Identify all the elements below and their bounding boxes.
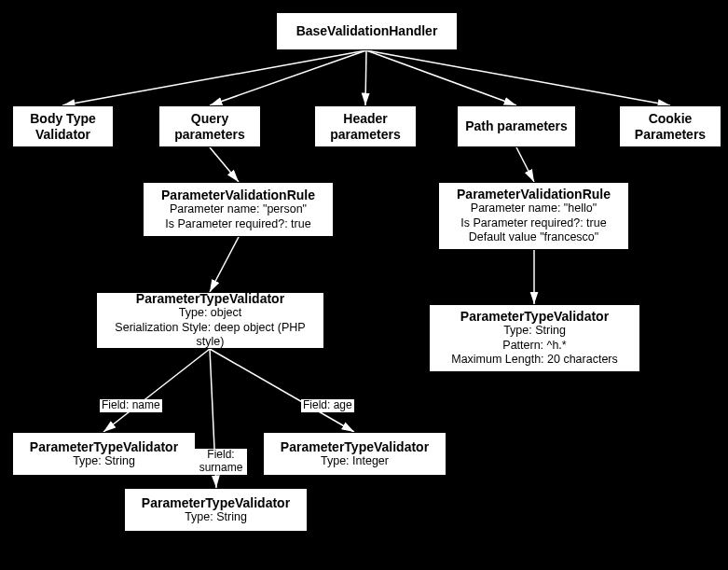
node-detail: Type: String xyxy=(503,324,566,339)
node-detail: Type: String xyxy=(185,510,247,525)
node-label: Header xyxy=(343,111,387,126)
node-detail: Pattern: ^h.* xyxy=(502,339,566,354)
edge-label-field-age: Field: age xyxy=(301,399,354,412)
svg-line-2 xyxy=(365,50,366,105)
root-title: BaseValidationHandler xyxy=(296,23,438,38)
node-validation-rule-left: ParameterValidationRule Parameter name: … xyxy=(143,182,334,237)
svg-line-4 xyxy=(366,50,670,105)
node-detail: Parameter name: "hello" xyxy=(471,202,597,216)
node-title: ParameterTypeValidator xyxy=(281,439,429,454)
node-detail: Serialization Style: deep object (PHP st… xyxy=(103,321,318,350)
node-title: ParameterValidationRule xyxy=(457,187,611,202)
node-type-validator-left: ParameterTypeValidator Type: object Seri… xyxy=(96,292,324,349)
node-cookie-parameters: Cookie Parameters xyxy=(619,105,721,147)
node-title: ParameterTypeValidator xyxy=(30,439,178,454)
node-title: ParameterTypeValidator xyxy=(136,291,284,306)
node-child-name: ParameterTypeValidator Type: String xyxy=(12,432,196,476)
edge-label-field-name: Field: name xyxy=(100,399,162,412)
node-query-parameters: Query parameters xyxy=(158,105,261,147)
node-child-surname: ParameterTypeValidator Type: String xyxy=(124,488,308,532)
node-label: Body Type xyxy=(30,111,96,126)
node-label: Cookie xyxy=(649,111,693,126)
node-header-parameters: Header parameters xyxy=(314,105,417,147)
node-detail: Maximum Length: 20 characters xyxy=(451,353,618,368)
node-label: parameters xyxy=(330,127,401,142)
svg-line-9 xyxy=(103,349,210,432)
node-body-type-validator: Body Type Validator xyxy=(12,105,114,147)
node-label: Path parameters xyxy=(465,118,568,133)
node-path-parameters: Path parameters xyxy=(457,105,576,147)
node-detail: Parameter name: "person" xyxy=(170,202,307,217)
node-label: Parameters xyxy=(635,127,706,142)
edge-label-field-surname: Field: surname xyxy=(195,449,247,475)
svg-line-0 xyxy=(62,50,366,105)
svg-line-7 xyxy=(210,237,239,292)
edge-label-line1: Field: xyxy=(207,448,234,461)
node-detail: Type: String xyxy=(73,454,135,469)
svg-line-11 xyxy=(210,349,354,432)
node-label: parameters xyxy=(174,127,245,142)
node-validation-rule-right: ParameterValidationRule Parameter name: … xyxy=(438,182,629,250)
node-detail: Is Parameter required?: true xyxy=(165,217,310,232)
edge-label-line2: surname xyxy=(199,461,243,474)
node-detail: Type: object xyxy=(179,306,241,321)
node-child-age: ParameterTypeValidator Type: Integer xyxy=(263,432,446,476)
node-label: Query xyxy=(191,111,228,126)
node-title: ParameterTypeValidator xyxy=(460,309,609,324)
node-title: ParameterValidationRule xyxy=(161,188,315,202)
node-type-validator-right: ParameterTypeValidator Type: String Patt… xyxy=(429,304,640,372)
node-label: Validator xyxy=(35,127,90,142)
svg-line-1 xyxy=(210,50,366,105)
svg-line-5 xyxy=(210,147,239,182)
svg-line-6 xyxy=(516,147,534,182)
node-detail: Default value "francesco" xyxy=(469,230,599,245)
root-node: BaseValidationHandler xyxy=(276,12,458,50)
svg-line-3 xyxy=(366,50,516,105)
node-detail: Is Parameter required?: true xyxy=(460,216,606,231)
node-title: ParameterTypeValidator xyxy=(142,495,290,510)
node-detail: Type: Integer xyxy=(321,454,389,469)
